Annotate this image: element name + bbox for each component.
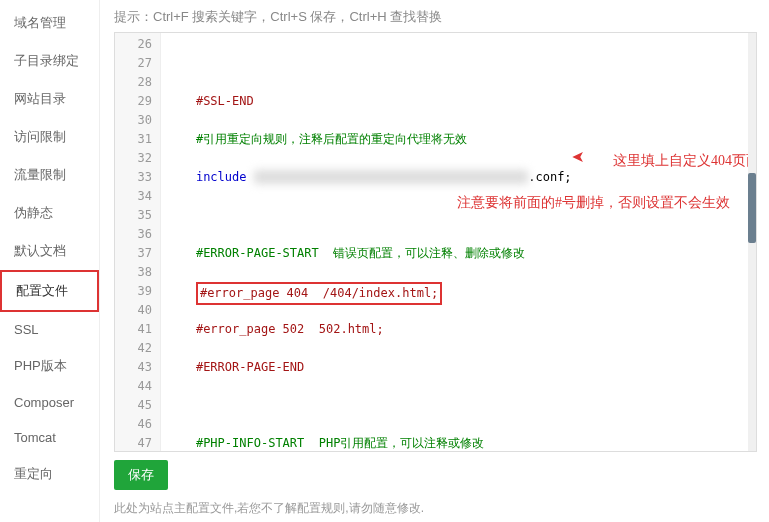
main-panel: 提示：Ctrl+F 搜索关键字，Ctrl+S 保存，Ctrl+H 查找替换 26… <box>100 0 769 522</box>
annotation-1: 这里填上自定义404页面的地址 <box>613 151 757 170</box>
sidebar-item-8[interactable]: SSL <box>0 312 99 347</box>
code-text: #ERROR-PAGE-END <box>196 360 304 374</box>
sidebar-item-3[interactable]: 访问限制 <box>0 118 99 156</box>
sidebar-item-7[interactable]: 配置文件 <box>0 270 99 312</box>
scrollbar[interactable] <box>748 33 756 451</box>
code-comment: #引用重定向规则，注释后配置的重定向代理将无效 <box>196 132 467 146</box>
sidebar-item-12[interactable]: 重定向 <box>0 455 99 493</box>
sidebar-item-2[interactable]: 网站目录 <box>0 80 99 118</box>
sidebar-item-6[interactable]: 默认文档 <box>0 232 99 270</box>
code-text: #SSL-END <box>196 94 254 108</box>
bottom-note: 此处为站点主配置文件,若您不了解配置规则,请勿随意修改. <box>114 500 757 517</box>
sidebar-item-10[interactable]: Composer <box>0 385 99 420</box>
line-gutter: 2627282930313233343536373839404142434445… <box>115 33 161 451</box>
hint-text: 提示：Ctrl+F 搜索关键字，Ctrl+S 保存，Ctrl+H 查找替换 <box>114 8 757 26</box>
code-text: .conf; <box>528 170 571 184</box>
sidebar-item-4[interactable]: 流量限制 <box>0 156 99 194</box>
arrow-icon: ➤ <box>571 148 584 167</box>
sidebar-item-1[interactable]: 子目录绑定 <box>0 42 99 80</box>
code-editor[interactable]: 2627282930313233343536373839404142434445… <box>114 32 757 452</box>
code-lines[interactable]: #SSL-END #引用重定向规则，注释后配置的重定向代理将无效 include… <box>161 33 756 451</box>
sidebar: 域名管理子目录绑定网站目录访问限制流量限制伪静态默认文档配置文件SSLPHP版本… <box>0 0 100 522</box>
sidebar-item-9[interactable]: PHP版本 <box>0 347 99 385</box>
redacted <box>254 170 529 184</box>
scrollbar-thumb[interactable] <box>748 173 756 243</box>
code-keyword: include <box>196 170 254 184</box>
code-comment: #PHP-INFO-START PHP引用配置，可以注释或修改 <box>196 436 485 450</box>
sidebar-item-11[interactable]: Tomcat <box>0 420 99 455</box>
highlight-box: #error_page 404 /404/index.html; <box>196 282 442 305</box>
sidebar-item-5[interactable]: 伪静态 <box>0 194 99 232</box>
code-text: #error_page 502 <box>196 322 304 336</box>
code-comment: #ERROR-PAGE-START 错误页配置，可以注释、删除或修改 <box>196 246 525 260</box>
code-text: 502.html; <box>319 322 384 336</box>
annotation-2: 注意要将前面的#号删掉，否则设置不会生效 <box>457 193 730 212</box>
save-button[interactable]: 保存 <box>114 460 168 490</box>
sidebar-item-0[interactable]: 域名管理 <box>0 4 99 42</box>
